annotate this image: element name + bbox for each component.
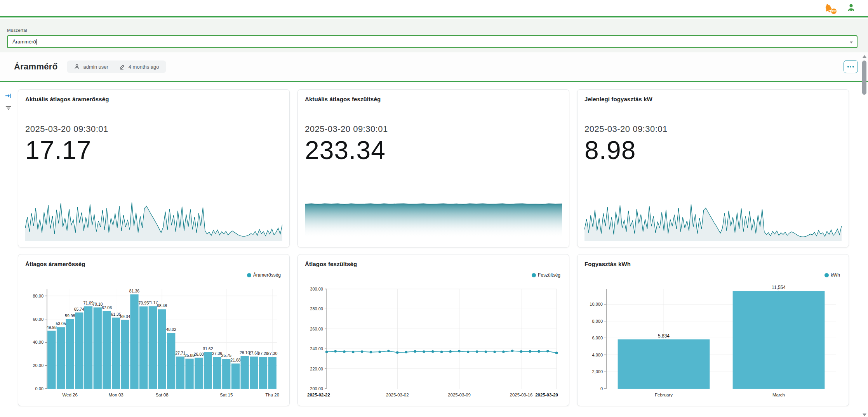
panel-current-power-stat: Jelenlegi fogyasztás kW 2025-03-20 09:30… xyxy=(577,89,849,247)
notification-count-badge: 999 xyxy=(831,8,837,14)
expand-sidebar-icon[interactable] xyxy=(5,93,12,100)
svg-text:70.95: 70.95 xyxy=(138,301,148,305)
svg-text:25.75: 25.75 xyxy=(221,353,231,358)
side-rail xyxy=(0,83,16,417)
svg-text:81.36: 81.36 xyxy=(129,289,139,293)
dashboard-grid: Aktuális átlagos áramerősség 2025-03-20 … xyxy=(18,89,849,406)
owner-label: admin user xyxy=(83,64,108,70)
svg-text:240.00: 240.00 xyxy=(310,346,323,351)
svg-text:2025-03-16: 2025-03-16 xyxy=(510,393,533,397)
modified-meta: 4 months ago xyxy=(119,64,159,70)
svg-text:11,554: 11,554 xyxy=(772,285,786,290)
dashboard-header: Árammérő admin user 4 months ago xyxy=(0,52,868,82)
svg-text:59.98: 59.98 xyxy=(65,313,75,318)
svg-text:5,834: 5,834 xyxy=(658,333,670,339)
owner-meta: admin user xyxy=(74,64,108,70)
panel-current-voltage-stat: Aktuális átlagos feszültség 2025-03-20 0… xyxy=(297,89,569,247)
dashboard-meta-pill: admin user 4 months ago xyxy=(67,61,166,73)
stat-value: 8.98 xyxy=(584,136,842,165)
svg-text:27.66: 27.66 xyxy=(249,351,259,355)
svg-text:2025-03-20: 2025-03-20 xyxy=(535,393,558,397)
legend-label: Áramerősség xyxy=(253,272,281,278)
legend-label: kWh xyxy=(831,272,840,278)
legend-kwh[interactable]: kWh xyxy=(825,272,840,278)
panel-current-amperage-stat: Aktuális átlagos áramerősség 2025-03-20 … xyxy=(18,89,290,247)
panel-consumption-chart: Fogyasztás kWh kWh 02,0004,0006,0008,000… xyxy=(577,254,849,406)
legend-dot-icon xyxy=(247,273,251,277)
svg-text:59.34: 59.34 xyxy=(120,314,130,319)
svg-text:70.10: 70.10 xyxy=(92,302,103,306)
svg-text:26.80: 26.80 xyxy=(194,352,204,356)
scrollbar-thumb[interactable] xyxy=(862,61,866,95)
dot xyxy=(852,66,854,67)
svg-text:280.00: 280.00 xyxy=(310,306,323,311)
svg-text:Sat 08: Sat 08 xyxy=(155,393,168,397)
svg-text:0: 0 xyxy=(600,386,603,391)
line-chart-avg-voltage: 200.00220.00240.00260.00280.00300.002025… xyxy=(305,284,562,401)
dot xyxy=(847,66,849,67)
panel-title: Aktuális átlagos áramerősség xyxy=(25,96,282,102)
dot xyxy=(850,66,852,67)
legend-dot-icon xyxy=(532,273,536,277)
panel-title: Átlagos áramerősség xyxy=(25,261,282,267)
svg-text:4,000: 4,000 xyxy=(592,353,603,357)
svg-text:60.00: 60.00 xyxy=(33,317,43,322)
stat-timestamp: 2025-03-20 09:30:01 xyxy=(25,124,282,134)
svg-text:Sat 15: Sat 15 xyxy=(220,393,233,397)
dashboard-menu-button[interactable] xyxy=(844,60,858,73)
pencil-icon xyxy=(119,64,125,70)
svg-text:61.35: 61.35 xyxy=(111,312,121,317)
vertical-scrollbar xyxy=(862,55,867,416)
legend-amperage[interactable]: Áramerősség xyxy=(247,272,281,278)
scroll-up-arrow-icon[interactable] xyxy=(863,55,866,58)
topbar: 999 xyxy=(0,0,868,17)
text-cursor xyxy=(37,39,37,45)
legend-dot-icon xyxy=(825,273,829,277)
svg-text:28.10: 28.10 xyxy=(240,350,250,355)
page-title: Árammérő xyxy=(14,62,57,72)
svg-text:20.00: 20.00 xyxy=(33,363,43,368)
svg-text:Mon 03: Mon 03 xyxy=(108,393,123,397)
legend-voltage[interactable]: Feszültség xyxy=(532,272,560,278)
filter-icon[interactable] xyxy=(5,105,12,112)
svg-text:2025-03-02: 2025-03-02 xyxy=(386,393,409,397)
svg-text:0.00: 0.00 xyxy=(35,386,43,391)
svg-text:Wed 26: Wed 26 xyxy=(62,393,77,397)
svg-text:10,000: 10,000 xyxy=(590,302,603,306)
svg-text:March: March xyxy=(772,393,785,397)
user-profile-icon[interactable] xyxy=(847,3,856,14)
svg-text:27.30: 27.30 xyxy=(267,351,277,356)
svg-text:68.48: 68.48 xyxy=(157,303,167,308)
panel-title: Átlagos feszültség xyxy=(305,261,562,267)
panel-avg-voltage-chart: Átlagos feszültség Feszültség 200.00220.… xyxy=(297,254,569,406)
stat-value: 233.34 xyxy=(305,136,562,165)
stat-value: 17.17 xyxy=(25,136,282,165)
svg-text:21.68: 21.68 xyxy=(230,358,240,362)
dashboard-select-input[interactable]: Árammérő xyxy=(7,35,858,48)
sparkline-power xyxy=(584,195,842,241)
person-outline-icon xyxy=(74,64,80,70)
chevron-down-icon[interactable] xyxy=(850,42,853,43)
svg-text:February: February xyxy=(655,393,673,397)
svg-text:Thu 20: Thu 20 xyxy=(265,393,279,397)
svg-text:49.98: 49.98 xyxy=(47,325,57,330)
svg-text:71.17: 71.17 xyxy=(148,300,158,305)
svg-text:65.74: 65.74 xyxy=(74,307,84,311)
svg-text:25.88: 25.88 xyxy=(184,353,195,358)
svg-text:300.00: 300.00 xyxy=(310,287,323,291)
stat-timestamp: 2025-03-20 09:30:01 xyxy=(584,124,842,134)
person-icon xyxy=(847,3,856,12)
svg-text:2025-03-09: 2025-03-09 xyxy=(448,393,471,397)
svg-text:31.62: 31.62 xyxy=(203,346,213,351)
svg-text:27.71: 27.71 xyxy=(175,351,185,355)
notifications-bell-icon[interactable]: 999 xyxy=(823,3,834,13)
svg-text:67.06: 67.06 xyxy=(102,305,112,310)
svg-text:80.00: 80.00 xyxy=(33,294,43,298)
svg-text:220.00: 220.00 xyxy=(310,367,323,371)
svg-text:71.09: 71.09 xyxy=(83,301,93,305)
svg-text:2,000: 2,000 xyxy=(592,369,603,374)
stat-timestamp: 2025-03-20 09:30:01 xyxy=(305,124,562,134)
svg-text:2025-02-22: 2025-02-22 xyxy=(307,393,330,397)
scroll-down-arrow-icon[interactable] xyxy=(863,414,866,416)
panel-title: Jelenlegi fogyasztás kW xyxy=(584,96,842,102)
